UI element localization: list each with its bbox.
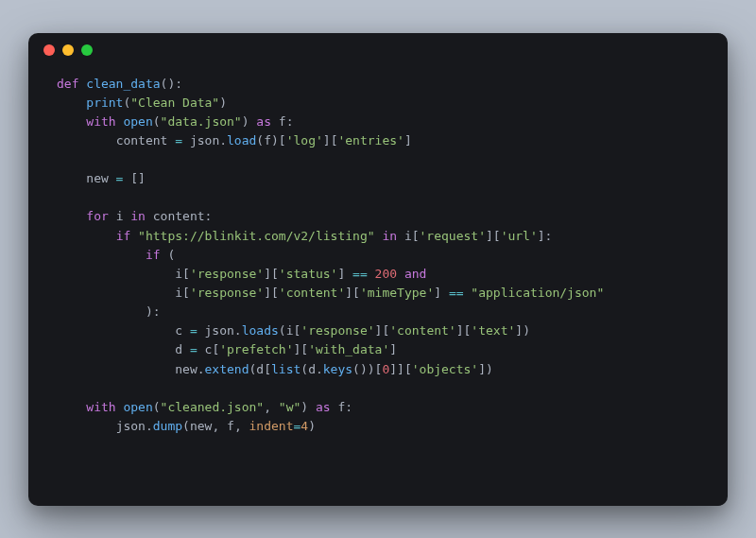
string-key: 'request' [420,229,486,243]
builtin: list [271,362,301,376]
variable: content [116,133,168,148]
keyword-def: def [57,77,78,91]
code-line: json.dump(new, f, indent=4) [116,419,316,433]
paren: ( [153,400,161,414]
code-line: new.extend(d[list(d.keys())[0]]['objects… [175,362,493,376]
paren: ( [182,419,190,433]
string-key: 'response' [301,323,374,338]
bracket: ][ [345,286,360,300]
bracket: ] [337,267,352,281]
argument: f [264,133,271,148]
code-line: with open("cleaned.json", "w") as f: [86,400,352,414]
string-key: 'entries' [337,133,404,148]
variable: f [279,114,286,129]
string: "application/json" [471,286,604,300]
minimize-icon[interactable] [62,44,74,56]
number: 4 [301,419,308,433]
operator: == [449,286,464,300]
string-key: 'content' [389,323,455,338]
paren: ( [301,362,308,376]
keyword-with: with [86,114,115,129]
close-icon[interactable] [43,44,55,56]
terminal-window: def clean_data(): print("Clean Data") wi… [28,33,728,506]
bracket: ][ [293,342,308,356]
code-line: c = json.loads(i['response']['content'][… [175,323,530,338]
string-key: 'status' [279,267,338,281]
paren: ) [219,95,227,110]
string: "w" [279,400,301,414]
paren: ( [256,133,264,148]
traffic-lights [43,44,93,56]
string: "Clean Data" [130,95,219,110]
bracket: ][ [264,267,279,281]
function-call: print [86,95,123,110]
string-key: 'text' [471,323,515,338]
paren: ( [153,114,161,129]
argument: new [190,419,212,433]
variable: i [404,229,412,243]
function-call: dump [153,419,182,433]
keyword-and: and [397,267,426,281]
keyword-with: with [86,400,115,414]
bracket: ]) [515,323,530,338]
bracket: [ [412,229,420,243]
parentheses: (): [161,77,182,91]
space [368,267,375,281]
operator: == [352,267,368,281]
argument: d [256,362,264,376]
variable: i [175,286,182,300]
function-call: open [123,400,152,414]
bracket: ][ [375,323,390,338]
keyword-for: for [86,209,108,223]
code-line: print("Clean Data") [86,95,227,110]
paren-close: ): [146,304,161,319]
paren: ())[ [352,362,382,376]
variable: new [86,171,108,185]
code-line: ): [146,304,161,319]
string-key: 'log' [286,133,323,148]
function-call: keys [323,362,352,376]
keyword-arg: indent [249,419,294,433]
keyword-if: if [146,248,161,262]
string-key: 'response' [190,267,264,281]
string: "data.json" [161,114,242,129]
code-line: new = [] [86,171,146,185]
dot: . [219,133,227,148]
module: json [116,419,146,433]
argument: f [227,419,234,433]
variable: i [116,209,124,223]
code-editor: def clean_data(): print("Clean Data") wi… [28,67,728,456]
code-line: for i in content: [86,209,212,223]
operator: = [109,171,130,185]
dot: . [316,362,323,376]
keyword-in: in [130,209,146,223]
variable: content [153,209,205,223]
empty-list: [] [130,171,146,185]
code-line: if "https://blinkit.com/v2/listing" in i… [116,229,553,243]
paren: ) [242,114,249,129]
bracket: [ [264,362,271,376]
string-key: 'prefetch' [219,342,293,356]
colon: : [345,400,352,414]
bracket: ] [434,286,449,300]
code-line: i['response']['status'] == 200 and [175,267,426,281]
maximize-icon[interactable] [81,44,93,56]
keyword-if: if [116,229,131,243]
function-call: open [123,114,152,129]
comma: , [264,400,279,414]
keyword-in: in [382,229,397,243]
code-line: def clean_data(): [57,77,182,91]
string: "cleaned.json" [161,400,265,414]
number: 200 [375,267,397,281]
code-line: content = json.load(f)['log']['entries'] [116,133,412,148]
code-line: if ( [146,248,175,262]
variable: c [175,323,182,338]
paren: ( [161,248,176,262]
function-call: extend [205,362,249,376]
bracket: ][ [456,323,472,338]
string-key: 'url' [501,229,538,243]
comma: , [234,419,249,433]
dot: . [234,323,242,338]
module: json [205,323,234,338]
paren: ( [279,323,286,338]
